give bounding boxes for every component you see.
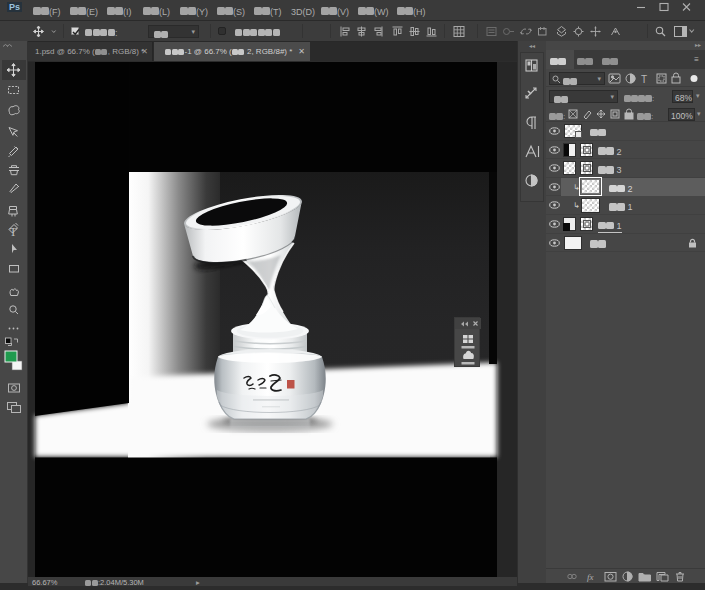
svg-text:T: T	[641, 74, 647, 85]
svg-text:T: T	[10, 225, 18, 239]
svg-text:fx: fx	[587, 572, 594, 582]
